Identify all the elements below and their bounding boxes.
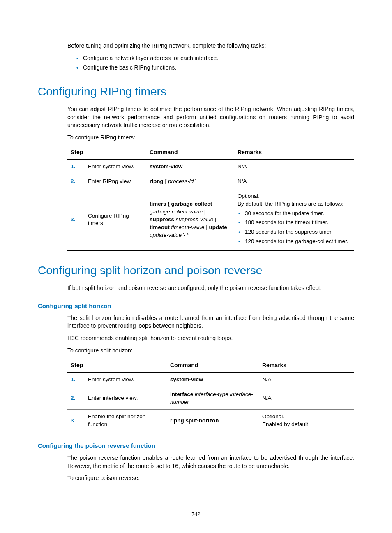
poison-reverse-content: The poison reverse function enables a ro… bbox=[67, 454, 354, 482]
table-row: 2. Enter RIPng view. ripng [ process-id … bbox=[67, 174, 354, 189]
step-remarks: N/A bbox=[259, 372, 354, 387]
step-command: ripng [ process-id ] bbox=[146, 174, 234, 189]
step-num: 2. bbox=[67, 387, 85, 410]
section-title-timers: Configuring RIPng timers bbox=[38, 83, 354, 100]
timers-table: Step Command Remarks 1. Enter system vie… bbox=[67, 146, 354, 251]
col-remarks: Remarks bbox=[234, 146, 354, 160]
step-remarks: N/A bbox=[259, 387, 354, 410]
poison-reverse-para: The poison reverse function enables a ro… bbox=[67, 454, 354, 470]
split-intro: If both split horizon and poison reverse… bbox=[67, 284, 354, 292]
step-remarks: N/A bbox=[234, 174, 354, 189]
step-text: Configure RIPng timers. bbox=[85, 189, 146, 250]
col-command: Command bbox=[167, 359, 259, 373]
col-command: Command bbox=[146, 146, 234, 160]
step-num: 1. bbox=[67, 159, 85, 174]
intro-block: Before tuning and optimizing the RIPng n… bbox=[67, 42, 354, 72]
step-command: system-view bbox=[167, 372, 259, 387]
col-step: Step bbox=[67, 146, 146, 160]
page: Before tuning and optimizing the RIPng n… bbox=[0, 0, 392, 533]
step-remarks: N/A bbox=[234, 159, 354, 174]
step-text: Enter system view. bbox=[85, 159, 146, 174]
split-horizon-para1: The split horizon function disables a ro… bbox=[67, 314, 354, 330]
intro-lead: Before tuning and optimizing the RIPng n… bbox=[67, 42, 354, 50]
step-num: 3. bbox=[67, 189, 85, 250]
list-item: Configure the basic RIPng functions. bbox=[83, 64, 354, 72]
split-horizon-lead: To configure split horizon: bbox=[67, 347, 354, 355]
timers-lead: To configure RIPng timers: bbox=[67, 134, 354, 142]
split-horizon-table: Step Command Remarks 1. Enter system vie… bbox=[67, 359, 354, 432]
step-num: 3. bbox=[67, 410, 85, 432]
timers-para: You can adjust RIPng timers to optimize … bbox=[67, 105, 354, 130]
section-title-split: Configuring split horizon and poison rev… bbox=[38, 262, 354, 278]
step-remarks: Optional.Enabled by default. bbox=[259, 410, 354, 432]
split-horizon-content: The split horizon function disables a ro… bbox=[67, 314, 354, 432]
list-item: Configure a network layer address for ea… bbox=[83, 54, 354, 63]
poison-reverse-lead: To configure poison reverse: bbox=[67, 474, 354, 482]
subsection-title-poison-reverse: Configuring the poison reverse function bbox=[38, 441, 354, 450]
table-row: 1. Enter system view. system-view N/A bbox=[67, 372, 354, 387]
table-row: 2. Enter interface view. interface inter… bbox=[67, 387, 354, 410]
step-text: Enable the split horizon function. bbox=[85, 410, 167, 432]
step-command: timers { garbage-collect garbage-collect… bbox=[146, 189, 234, 250]
step-text: Enter system view. bbox=[85, 372, 167, 387]
step-num: 1. bbox=[67, 372, 85, 387]
step-command: system-view bbox=[146, 159, 234, 174]
table-row: 1. Enter system view. system-view N/A bbox=[67, 159, 354, 174]
step-command: ripng split-horizon bbox=[167, 410, 259, 432]
col-step: Step bbox=[67, 359, 167, 373]
step-text: Enter RIPng view. bbox=[85, 174, 146, 189]
step-remarks: Optional.By default, the RIPng timers ar… bbox=[234, 189, 354, 250]
split-para: If both split horizon and poison reverse… bbox=[67, 284, 354, 292]
col-remarks: Remarks bbox=[259, 359, 354, 373]
step-command: interface interface-type interface-numbe… bbox=[167, 387, 259, 410]
table-row: 3. Enable the split horizon function. ri… bbox=[67, 410, 354, 432]
intro-bullets: Configure a network layer address for ea… bbox=[67, 54, 354, 72]
table-row: 3. Configure RIPng timers. timers { garb… bbox=[67, 189, 354, 250]
step-num: 2. bbox=[67, 174, 85, 189]
subsection-title-split-horizon: Configuring split horizon bbox=[38, 301, 354, 310]
split-horizon-para2: H3C recommends enabling split horizon to… bbox=[67, 334, 354, 343]
step-text: Enter interface view. bbox=[85, 387, 167, 410]
timers-content: You can adjust RIPng timers to optimize … bbox=[67, 105, 354, 251]
page-number: 742 bbox=[0, 511, 392, 518]
